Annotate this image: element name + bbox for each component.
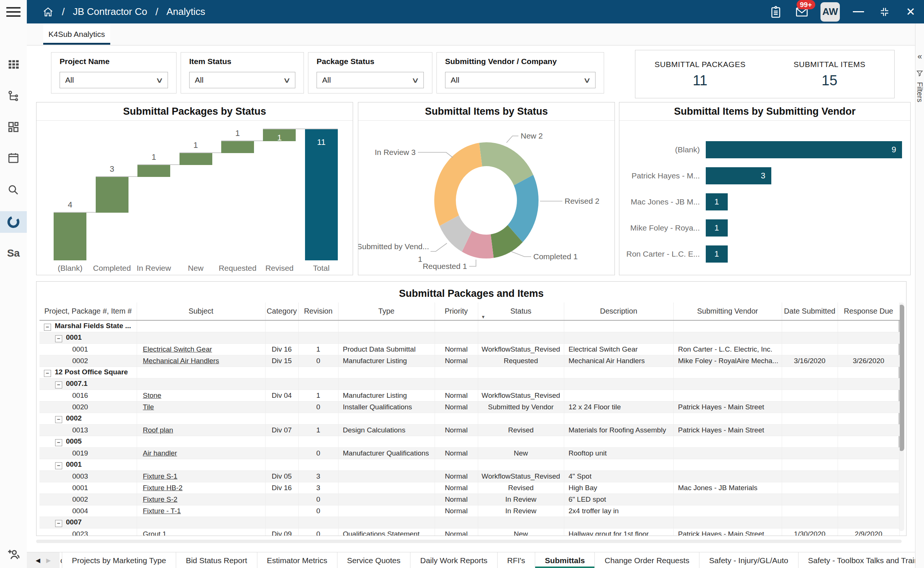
report-tab-service-quotes[interactable]: Service Quotes <box>337 552 411 568</box>
close-icon[interactable]: ✕ <box>903 5 918 20</box>
clipboard-icon[interactable] <box>768 5 783 20</box>
filter-dropdown[interactable]: All∨ <box>189 72 295 88</box>
waterfall-bar-requested[interactable] <box>221 141 254 153</box>
report-tab-projects-by-marketing-type[interactable]: Projects by Marketing Type <box>62 552 176 568</box>
subject-link[interactable]: Fixture S-1 <box>143 472 178 480</box>
next-tab-icon[interactable]: ▶ <box>46 557 51 564</box>
report-tab-safety-injury-gl-auto[interactable]: Safety - Injury/GL/Auto <box>699 552 798 568</box>
collapse-icon[interactable]: − <box>55 335 62 342</box>
column-header-description[interactable]: Description <box>564 302 673 320</box>
prev-tab-icon[interactable]: ◀ <box>36 557 40 564</box>
filter-dropdown[interactable]: All∨ <box>317 72 424 88</box>
cell <box>564 332 673 343</box>
table-row[interactable]: 0002Mechanical Air HandlersDiv 150Manufa… <box>39 355 900 367</box>
collapse-icon[interactable]: − <box>55 381 62 388</box>
table-row[interactable]: 0002Fixture S-20NormalIn Review6" LED sp… <box>39 494 900 505</box>
sidebar-item-calendar[interactable] <box>0 147 27 169</box>
column-header-subject[interactable]: Subject <box>137 302 265 320</box>
table-row[interactable]: 0001Fixture HB-2Div 163NormalRevisedHigh… <box>39 482 900 494</box>
sidebar-item-sa[interactable]: Sa <box>0 242 27 264</box>
report-tab-estimator-metrics[interactable]: Estimator Metrics <box>257 552 337 568</box>
filter-dropdown[interactable]: All∨ <box>445 72 595 88</box>
vendor-bar-plot: (Blank)9Patrick Hayes - M...3Mac Jones -… <box>619 120 910 275</box>
column-header-response-due[interactable]: Response Due <box>838 302 900 320</box>
home-icon[interactable] <box>42 6 54 18</box>
collapse-icon[interactable]: − <box>44 370 51 377</box>
sidebar-item-dashboard[interactable] <box>0 116 27 138</box>
column-header-revision[interactable]: Revision <box>298 302 338 320</box>
report-tab-safety-toolbox-talks-and-training-register[interactable]: Safety - Toolbox Talks and Training Regi… <box>799 552 924 568</box>
table-row[interactable]: 0004Fixture - T-10NormalIn Review2x4 tro… <box>39 505 900 517</box>
report-tab-daily-work-reports[interactable]: Daily Work Reports <box>411 552 498 568</box>
waterfall-bar-total[interactable] <box>305 129 338 260</box>
breadcrumb-company[interactable]: JB Contractor Co <box>73 6 147 18</box>
vendor-bar[interactable] <box>706 141 902 158</box>
mail-icon[interactable]: 99+ <box>794 5 809 20</box>
waterfall-bar-blank[interactable] <box>54 213 86 260</box>
cell <box>564 390 673 401</box>
waterfall-bar-completed[interactable] <box>96 177 128 213</box>
report-tab-bid-status-report[interactable]: Bid Status Report <box>176 552 257 568</box>
cell: Product Data Submittal <box>338 343 435 355</box>
filter-dropdown[interactable]: All∨ <box>60 72 168 88</box>
hamburger-menu-icon[interactable] <box>0 0 27 23</box>
table-row[interactable]: 0016StoneDiv 041Manufacturer ListingNorm… <box>39 390 900 401</box>
report-tab-ct-financials[interactable]: ct Financials <box>60 552 62 568</box>
collapse-icon[interactable]: − <box>55 462 62 469</box>
report-tab-rfi-s[interactable]: RFI's <box>498 552 535 568</box>
horizontal-scrollbar[interactable] <box>36 540 902 543</box>
collapse-icon[interactable]: − <box>55 416 62 423</box>
sidebar-item-search[interactable] <box>0 179 27 201</box>
subject-link[interactable]: Tile <box>143 403 154 411</box>
avatar[interactable]: AW <box>820 2 840 22</box>
column-header-status[interactable]: Status▼ <box>478 302 564 320</box>
filter-card: Package StatusAll∨ <box>308 52 432 94</box>
subject-link[interactable]: Mechanical Air Handlers <box>143 357 219 365</box>
collapse-panel-icon[interactable]: « <box>917 52 922 62</box>
sidebar-item-workflow[interactable] <box>0 86 27 107</box>
column-header-submitting-vendor[interactable]: Submitting Vendor <box>673 302 782 320</box>
subject-link[interactable]: Roof plan <box>143 426 173 434</box>
titlebar: / JB Contractor Co / Analytics 99+ AW <box>0 0 924 23</box>
cell <box>265 494 298 505</box>
tab-k4sub-analytics[interactable]: K4Sub Analytics <box>43 23 110 45</box>
collapse-icon[interactable]: − <box>55 439 62 446</box>
minimize-icon[interactable] <box>851 5 866 20</box>
table-row[interactable]: 0023Grout 1Div 090Qualifications Stateme… <box>39 528 900 536</box>
subject-link[interactable]: Stone <box>143 391 162 399</box>
subject-link[interactable]: Electrical Switch Gear <box>143 345 212 353</box>
collapse-icon[interactable]: − <box>55 520 62 527</box>
column-header-category[interactable]: Category <box>265 302 298 320</box>
breadcrumb-page[interactable]: Analytics <box>166 6 205 18</box>
table-row[interactable]: 0019Air handler0Manufacturer Qualificati… <box>39 447 900 459</box>
sidebar-item-add-user[interactable] <box>0 544 27 565</box>
waterfall-bar-inreview[interactable] <box>137 165 170 177</box>
column-header-date-submitted[interactable]: Date Submitted <box>782 302 838 320</box>
sidebar-item-apps[interactable] <box>0 54 27 75</box>
report-tab-submittals[interactable]: Submittals <box>535 552 595 568</box>
collapse-icon[interactable]: − <box>44 324 51 331</box>
cell <box>137 332 265 343</box>
donut-slice-inreview[interactable] <box>434 143 482 226</box>
table-row[interactable]: 0003Fixture S-1Div 053NormalWorkflowStat… <box>39 470 900 482</box>
restore-icon[interactable] <box>877 5 892 20</box>
subject-link[interactable]: Grout 1 <box>143 530 166 536</box>
sidebar-item-analytics-active[interactable] <box>0 211 27 233</box>
waterfall-plot: 4(Blank)3Completed1In Review1New1Request… <box>49 120 341 275</box>
subject-link[interactable]: Air handler <box>143 449 177 457</box>
column-header-type[interactable]: Type <box>338 302 435 320</box>
waterfall-value-label: 1 <box>133 153 175 162</box>
column-header-project[interactable]: Project, Package #, Item # <box>39 302 137 320</box>
filter-funnel-icon[interactable] <box>916 69 923 77</box>
column-header-priority[interactable]: Priority <box>435 302 478 320</box>
subject-link[interactable]: Fixture S-2 <box>143 495 178 503</box>
waterfall-bar-new[interactable] <box>180 153 212 165</box>
subject-link[interactable]: Fixture - T-1 <box>143 507 181 515</box>
table-row[interactable]: 0020Tile0Installer QualificationsNormalS… <box>39 401 900 413</box>
donut-slice-new[interactable] <box>479 142 533 186</box>
cell <box>338 482 435 494</box>
table-row[interactable]: 0001Electrical Switch GearDiv 161Product… <box>39 343 900 355</box>
report-tab-change-order-requests[interactable]: Change Order Requests <box>595 552 699 568</box>
table-row[interactable]: 0013Roof planDiv 071Design CalculationsN… <box>39 424 900 436</box>
subject-link[interactable]: Fixture HB-2 <box>143 484 183 492</box>
